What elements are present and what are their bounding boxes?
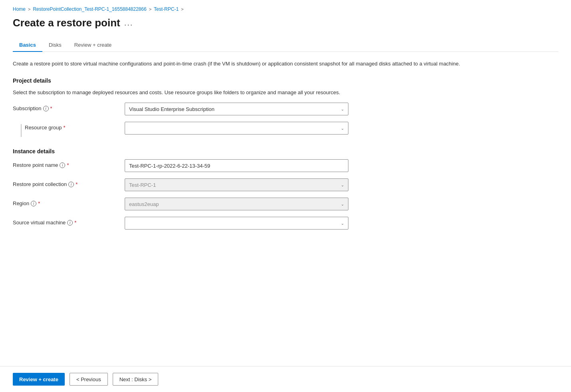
resource-group-label: Resource group: [25, 125, 62, 131]
region-info-icon[interactable]: i: [31, 201, 36, 206]
project-sub-description: Select the subscription to manage deploy…: [13, 89, 558, 97]
breadcrumb-rpc[interactable]: Test-RPC-1: [154, 6, 179, 12]
restore-point-name-input[interactable]: [125, 159, 348, 172]
subscription-required: *: [50, 105, 52, 111]
subscription-info-icon[interactable]: i: [43, 106, 49, 111]
source-vm-info-icon[interactable]: i: [67, 220, 73, 226]
tab-basics[interactable]: Basics: [13, 39, 42, 52]
page-description: Create a restore point to store virtual …: [13, 60, 532, 68]
tab-bar: Basics Disks Review + create: [13, 39, 558, 52]
source-vm-label: Source virtual machine: [13, 220, 66, 226]
tab-review-create[interactable]: Review + create: [68, 39, 118, 52]
previous-button[interactable]: < Previous: [70, 373, 108, 386]
breadcrumb-separator-1: >: [28, 7, 30, 12]
source-vm-chevron-icon: ⌄: [341, 221, 344, 226]
instance-details-header: Instance details: [13, 148, 558, 154]
page-menu-dots[interactable]: ...: [124, 18, 133, 28]
project-details-header: Project details: [13, 77, 558, 84]
instance-details-section: Instance details Restore point name i * …: [13, 148, 558, 230]
resource-group-required: *: [64, 125, 66, 131]
breadcrumb: Home > RestorePointCollection_Test-RPC-1…: [13, 6, 558, 12]
review-create-button[interactable]: Review + create: [13, 373, 65, 386]
region-dropdown: eastus2euap ⌄: [125, 198, 348, 210]
source-vm-required: *: [74, 220, 76, 226]
breadcrumb-collection[interactable]: RestorePointCollection_Test-RPC-1_165588…: [33, 6, 146, 12]
region-required: *: [38, 200, 40, 206]
restore-point-name-required: *: [67, 162, 69, 168]
source-vm-row: Source virtual machine i * ⌄: [13, 217, 558, 230]
region-label: Region: [13, 200, 29, 206]
resource-group-dropdown[interactable]: ⌄: [125, 122, 348, 135]
region-chevron-icon: ⌄: [341, 202, 344, 206]
restore-point-collection-info-icon[interactable]: i: [68, 182, 74, 187]
region-row: Region i * eastus2euap ⌄: [13, 198, 558, 210]
subscription-value: Visual Studio Enterprise Subscription: [129, 106, 215, 112]
subscription-chevron-icon: ⌄: [341, 107, 344, 111]
restore-point-name-info-icon[interactable]: i: [60, 162, 65, 168]
restore-point-collection-dropdown: Test-RPC-1 ⌄: [125, 178, 348, 191]
project-details-section: Project details Select the subscription …: [13, 77, 558, 137]
resource-group-row: Resource group * ⌄: [13, 122, 558, 137]
breadcrumb-separator-2: >: [149, 7, 151, 12]
restore-point-collection-row: Restore point collection i * Test-RPC-1 …: [13, 178, 558, 191]
indent-line: [21, 124, 22, 137]
restore-point-name-label: Restore point name: [13, 162, 58, 168]
subscription-label: Subscription: [13, 105, 42, 111]
breadcrumb-home[interactable]: Home: [13, 6, 26, 12]
region-value: eastus2euap: [129, 201, 159, 207]
resource-group-chevron-icon: ⌄: [341, 126, 344, 131]
subscription-dropdown[interactable]: Visual Studio Enterprise Subscription ⌄: [125, 103, 348, 115]
restore-point-name-row: Restore point name i *: [13, 159, 558, 172]
next-disks-button[interactable]: Next : Disks >: [113, 373, 159, 386]
restore-point-collection-value: Test-RPC-1: [129, 182, 156, 188]
restore-point-collection-label: Restore point collection: [13, 181, 67, 187]
restore-point-collection-required: *: [76, 181, 78, 187]
page-title: Create a restore point: [13, 17, 120, 29]
subscription-row: Subscription i * Visual Studio Enterpris…: [13, 103, 558, 115]
tab-disks[interactable]: Disks: [42, 39, 68, 52]
source-vm-dropdown[interactable]: ⌄: [125, 217, 348, 230]
footer: Review + create < Previous Next : Disks …: [0, 366, 571, 392]
restore-point-collection-chevron-icon: ⌄: [341, 183, 344, 187]
breadcrumb-separator-3: >: [181, 7, 183, 12]
